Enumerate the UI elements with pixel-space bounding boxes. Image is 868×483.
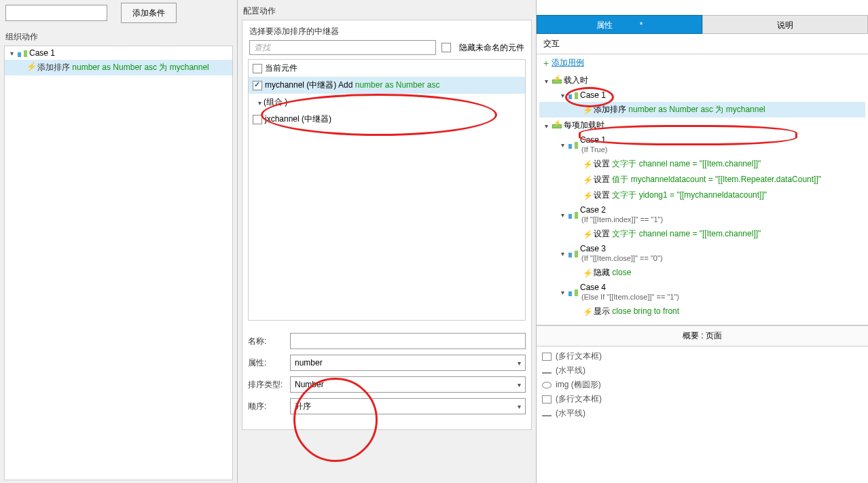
bolt-icon — [583, 191, 591, 200]
plus-icon: + — [543, 58, 549, 69]
case-icon — [568, 91, 578, 99]
line-icon — [542, 415, 551, 416]
bolt-icon — [583, 160, 591, 169]
case2-node[interactable]: Case 2(If "[[Item.index]]" == "1") — [539, 203, 865, 226]
tab-description[interactable]: 说明 — [702, 15, 868, 34]
event-icon — [552, 122, 562, 130]
tab-properties[interactable]: 属性* — [537, 15, 702, 34]
sort-form: 名称: 属性: number 排序类型: Number 顺序: 升序 — [242, 321, 531, 427]
case-icon — [568, 288, 578, 296]
case4-action1[interactable]: 显示 close bring to front — [539, 304, 865, 319]
checkbox-checked[interactable] — [253, 81, 262, 90]
interaction-tree: 载入时 Case 1 添加排序 number as Number asc 为 m… — [537, 71, 868, 325]
sort-type-label: 排序类型: — [248, 379, 290, 391]
case-icon — [568, 211, 578, 219]
left-tree: Case 1 添加排序 number as Number asc 为 mycha… — [4, 46, 233, 480]
case1-action1[interactable]: 设置 文字于 channel name = "[[Item.channel]]" — [539, 156, 865, 172]
condition-input[interactable] — [5, 5, 107, 21]
case3-node[interactable]: Case 3(If "[[Item.close]]" == "0") — [539, 242, 865, 265]
line-icon — [542, 372, 551, 374]
case4-node[interactable]: Case 4(Else If "[[Item.close]]" == "1") — [539, 281, 865, 304]
expand-icon[interactable] — [558, 210, 566, 219]
case-icon — [568, 249, 578, 257]
attr-label: 属性: — [248, 357, 290, 369]
order-select[interactable]: 升序 — [290, 398, 526, 414]
order-label: 顺序: — [248, 401, 290, 412]
expand-icon[interactable] — [542, 76, 550, 86]
action-node[interactable]: 添加排序 number as Number asc 为 mychannel — [5, 60, 232, 75]
case1-action3[interactable]: 设置 文字于 yidong1 = "[[mychanneldatacount]]… — [539, 187, 865, 203]
tabs: 属性* 说明 — [537, 15, 868, 34]
outline-item[interactable]: img (椭圆形) — [542, 378, 863, 392]
bolt-icon — [583, 105, 591, 115]
bolt-icon — [26, 62, 35, 71]
event-icon — [552, 77, 562, 85]
case1-action2[interactable]: 设置 值于 mychanneldatacount = "[[Item.Repea… — [539, 172, 865, 187]
name-label: 名称: — [248, 336, 290, 347]
expand-icon[interactable] — [558, 249, 566, 258]
mychannel-label: mychannel (中继器) Add number as Number asc — [265, 79, 439, 91]
hide-unnamed-checkbox[interactable] — [441, 43, 451, 52]
expand-icon[interactable] — [558, 287, 566, 297]
action-prefix: 添加排序 — [37, 62, 72, 72]
group-row[interactable]: (组合 ) — [249, 94, 525, 111]
overview-header: 概要 : 页面 — [537, 325, 868, 346]
action-detail: number as Number asc 为 mychannel — [72, 62, 209, 72]
expand-icon[interactable] — [558, 140, 566, 149]
organize-actions-label: 组织动作 — [0, 26, 237, 46]
choose-repeater-label: 选择要添加排序的中继器 — [242, 20, 531, 40]
right-panel: 属性* 说明 交互 + 添加用例 载入时 Case 1 添加排序 number … — [537, 0, 868, 483]
bolt-icon — [583, 307, 591, 317]
left-panel: 添加条件 组织动作 Case 1 添加排序 number as Number a… — [0, 0, 238, 483]
name-input[interactable] — [290, 333, 526, 349]
onload-action[interactable]: 添加排序 number as Number asc 为 mychannel — [539, 102, 865, 118]
config-actions-label: 配置动作 — [238, 0, 536, 20]
expand-icon[interactable] — [255, 98, 264, 107]
case-node[interactable]: Case 1 — [5, 46, 232, 60]
bolt-icon — [583, 268, 591, 278]
hide-unnamed-label: 隐藏未命名的元件 — [459, 42, 524, 54]
bolt-icon — [583, 175, 591, 185]
middle-panel: 配置动作 选择要添加排序的中继器 查找 隐藏未命名的元件 当前元件 mychan… — [238, 0, 537, 483]
sort-type-select[interactable]: Number — [290, 376, 526, 393]
jxchannel-row[interactable]: jxchannel (中继器) — [249, 111, 525, 128]
itemload-event[interactable]: 每项加载时 — [539, 118, 865, 133]
expand-icon[interactable] — [542, 121, 550, 130]
case1-node[interactable]: Case 1(If True) — [539, 133, 865, 156]
add-condition-button[interactable]: 添加条件 — [121, 3, 177, 23]
expand-icon[interactable] — [7, 48, 16, 58]
textbox-icon — [542, 353, 551, 361]
checkbox[interactable] — [253, 115, 262, 124]
attr-select[interactable]: number — [290, 355, 526, 371]
outline-item[interactable]: (多行文本框) — [542, 349, 863, 363]
mychannel-row[interactable]: mychannel (中继器) Add number as Number asc — [249, 77, 525, 94]
ellipse-icon — [542, 382, 551, 389]
outline-item[interactable]: (水平线) — [542, 406, 863, 421]
add-case-link[interactable]: + 添加用例 — [537, 54, 868, 71]
onload-event[interactable]: 载入时 — [539, 73, 865, 88]
checkbox[interactable] — [253, 64, 262, 73]
search-input[interactable]: 查找 — [249, 40, 436, 55]
outline-list: (多行文本框) (水平线) img (椭圆形) (多行文本框) (水平线) — [537, 346, 868, 423]
case-icon — [568, 141, 578, 149]
group-label: (组合 ) — [264, 96, 287, 108]
case2-action1[interactable]: 设置 文字于 channel name = "[[Item.channel]]" — [539, 226, 865, 242]
expand-icon[interactable] — [558, 90, 566, 100]
current-widget-row[interactable]: 当前元件 — [249, 60, 525, 77]
case-label: Case 1 — [29, 48, 55, 58]
condition-row: 添加条件 — [0, 0, 237, 26]
bolt-icon — [583, 230, 591, 239]
textbox-icon — [542, 395, 551, 404]
interaction-header: 交互 — [537, 34, 868, 54]
outline-item[interactable]: (水平线) — [542, 363, 863, 378]
jxchannel-label: jxchannel (中继器) — [265, 113, 331, 125]
onload-case-node[interactable]: Case 1 — [539, 88, 865, 102]
case-icon — [18, 49, 27, 57]
case3-action1[interactable]: 隐藏 close — [539, 265, 865, 281]
repeater-tree: 当前元件 mychannel (中继器) Add number as Numbe… — [248, 59, 526, 321]
outline-item[interactable]: (多行文本框) — [542, 392, 863, 406]
current-widget-label: 当前元件 — [265, 62, 297, 74]
